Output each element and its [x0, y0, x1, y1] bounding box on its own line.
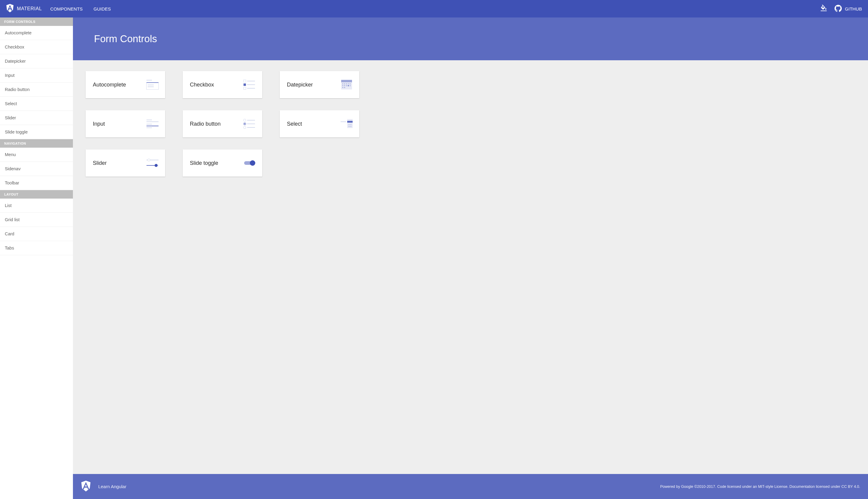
sidebar-item-list[interactable]: List [0, 198, 73, 213]
svg-rect-41 [348, 124, 352, 125]
learn-label: Learn Angular [98, 484, 126, 489]
svg-rect-3 [146, 83, 159, 89]
svg-rect-12 [341, 80, 352, 82]
sidebar-item-sidenav[interactable]: Sidenav [0, 162, 73, 176]
svg-rect-26 [146, 120, 152, 120]
sidebar-item-toolbar[interactable]: Toolbar [0, 176, 73, 190]
card-slide-toggle[interactable]: Slide toggle [183, 149, 262, 177]
svg-rect-10 [244, 87, 246, 89]
card-label: Checkbox [190, 82, 214, 88]
card-label: Input [93, 121, 105, 127]
page-title: Form Controls [94, 33, 847, 45]
card-label: Select [287, 121, 302, 127]
card-radio[interactable]: Radio button [183, 110, 262, 137]
svg-rect-4 [148, 85, 154, 85]
svg-rect-11 [247, 88, 255, 88]
card-autocomplete[interactable]: Autocomplete [86, 71, 165, 98]
svg-rect-38 [341, 121, 346, 122]
svg-rect-30 [146, 127, 152, 128]
svg-rect-7 [247, 81, 255, 81]
nav-link-guides[interactable]: GUIDES [94, 6, 111, 11]
learn-angular-link[interactable]: Learn Angular [81, 480, 126, 492]
svg-point-49 [250, 160, 255, 166]
svg-rect-1 [146, 80, 152, 81]
svg-rect-16 [346, 84, 347, 84]
card-slider[interactable]: Slider [86, 149, 165, 177]
svg-rect-17 [348, 84, 349, 84]
sidebar-header-layout: LAYOUT [0, 190, 73, 198]
card-select[interactable]: Select [280, 110, 359, 137]
svg-rect-21 [346, 85, 347, 86]
svg-rect-5 [148, 86, 154, 87]
svg-point-36 [244, 126, 246, 129]
svg-rect-18 [350, 84, 351, 84]
svg-rect-35 [247, 123, 255, 124]
svg-rect-8 [244, 84, 246, 86]
card-label: Datepicker [287, 82, 313, 88]
sidebar-item-checkbox[interactable]: Checkbox [0, 40, 73, 54]
select-icon [340, 118, 353, 130]
sidebar-item-datepicker[interactable]: Datepicker [0, 54, 73, 69]
radio-icon [243, 118, 256, 130]
svg-rect-19 [342, 85, 343, 86]
sidebar-item-slide-toggle[interactable]: Slide toggle [0, 125, 73, 139]
sidebar-item-select[interactable]: Select [0, 97, 73, 111]
paint-bucket-icon[interactable] [820, 4, 827, 13]
github-icon [834, 5, 842, 13]
svg-rect-32 [247, 120, 255, 121]
card-grid: Autocomplete Checkbox [73, 60, 868, 474]
card-input[interactable]: Input [86, 110, 165, 137]
sidebar-item-card[interactable]: Card [0, 227, 73, 241]
sidebar-item-radio[interactable]: Radio button [0, 83, 73, 97]
github-link[interactable]: GITHUB [834, 5, 862, 13]
card-label: Radio button [190, 121, 221, 127]
nav-links: COMPONENTS GUIDES [50, 6, 111, 11]
svg-rect-42 [348, 126, 352, 127]
sidebar-item-menu[interactable]: Menu [0, 148, 73, 162]
svg-rect-28 [146, 124, 152, 124]
svg-rect-37 [247, 127, 255, 128]
sidebar-item-tabs[interactable]: Tabs [0, 241, 73, 255]
svg-rect-22 [350, 85, 351, 86]
card-label: Autocomplete [93, 82, 126, 88]
sidebar-header-form-controls: FORM CONTROLS [0, 17, 73, 26]
sidebar-item-input[interactable]: Input [0, 69, 73, 83]
sidebar-header-navigation: NAVIGATION [0, 139, 73, 148]
card-datepicker[interactable]: Datepicker [280, 71, 359, 98]
svg-rect-23 [342, 87, 343, 88]
toggle-icon [243, 157, 256, 169]
svg-rect-29 [146, 126, 159, 126]
svg-rect-9 [247, 84, 255, 85]
sidebar-item-autocomplete[interactable]: Autocomplete [0, 26, 73, 40]
card-label: Slide toggle [190, 160, 218, 166]
svg-rect-20 [344, 85, 345, 86]
svg-rect-25 [348, 85, 349, 86]
datepicker-icon [340, 79, 353, 90]
angular-logo-icon [6, 4, 14, 14]
footer: Learn Angular Powered by Google ©2010-20… [73, 474, 868, 499]
header-actions: GITHUB [820, 4, 862, 13]
card-checkbox[interactable]: Checkbox [183, 71, 262, 98]
footer-legal: Powered by Google ©2010-2017. Code licen… [660, 485, 860, 489]
nav-link-components[interactable]: COMPONENTS [50, 6, 83, 11]
slider-icon [146, 157, 159, 169]
header: MATERIAL COMPONENTS GUIDES GITHUB [0, 0, 868, 17]
svg-point-44 [148, 159, 150, 161]
sidebar-item-slider[interactable]: Slider [0, 111, 73, 125]
svg-rect-27 [146, 121, 159, 122]
svg-rect-6 [244, 80, 246, 82]
input-icon [146, 118, 159, 130]
main: Form Controls Autocomplete Checkbox [73, 17, 868, 499]
svg-point-47 [155, 164, 158, 167]
sidebar: FORM CONTROLS Autocomplete Checkbox Date… [0, 17, 73, 499]
brand[interactable]: MATERIAL [6, 4, 42, 14]
autocomplete-icon [146, 79, 159, 90]
github-label: GITHUB [845, 6, 862, 11]
brand-name: MATERIAL [17, 6, 42, 11]
sidebar-item-grid-list[interactable]: Grid list [0, 213, 73, 227]
checkbox-icon [243, 79, 256, 90]
svg-rect-24 [344, 87, 345, 88]
svg-rect-40 [347, 121, 353, 123]
svg-rect-14 [342, 84, 343, 84]
card-label: Slider [93, 160, 107, 166]
